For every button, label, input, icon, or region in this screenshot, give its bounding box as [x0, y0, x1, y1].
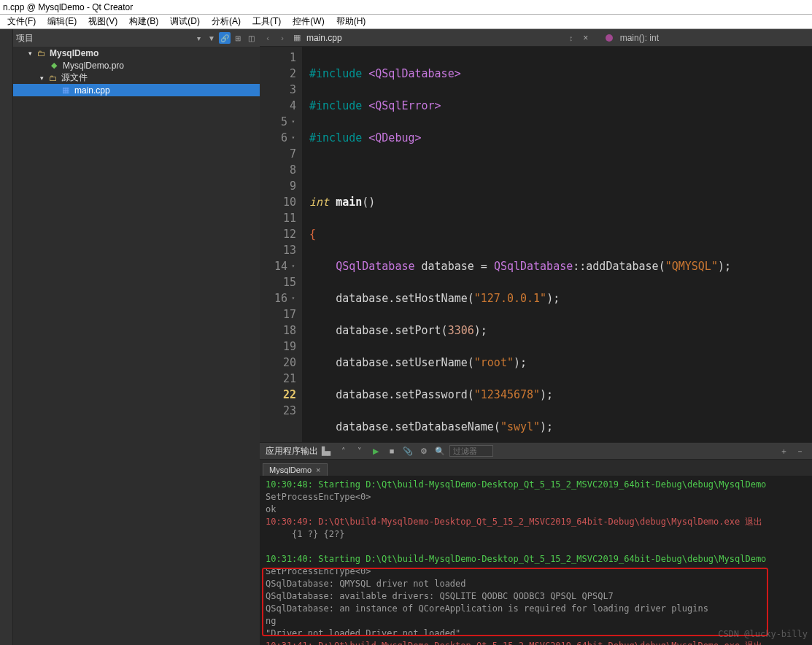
project-sidebar: 项目 ▾ ▼ 🔗 ⊞ ◫ ▾🗀 MysqlDemo ◆ MysqlDemo.pr… — [13, 29, 260, 645]
watermark-text: CSDN @lucky-billy — [718, 628, 808, 641]
output-line: QSqlDatabase: an instance of QCoreApplic… — [266, 603, 806, 615]
tree-pro-file[interactable]: ◆ MysqlDemo.pro — [13, 59, 260, 72]
menu-view[interactable]: 视图(V) — [84, 14, 122, 29]
open-file-name[interactable]: main.cpp — [306, 33, 342, 43]
sidebar-title[interactable]: 项目 — [16, 32, 34, 45]
stop-icon[interactable]: ■ — [385, 444, 398, 457]
close-icon[interactable]: × — [316, 466, 320, 474]
split-icon[interactable]: ◫ — [245, 32, 257, 44]
attach-icon[interactable]: 📎 — [401, 444, 414, 457]
filter-input[interactable] — [449, 445, 493, 457]
clear-icon[interactable]: ▙▖ — [321, 444, 334, 457]
nav-fwd-icon[interactable]: › — [277, 31, 287, 45]
code-editor[interactable]: 1 2 3 4 5▾ 6▾ 7 8 9 10 11 12 13 14▾ 15 1… — [260, 47, 812, 442]
tree-main-cpp[interactable]: ▦ main.cpp — [13, 84, 260, 96]
link-icon[interactable]: 🔗 — [219, 32, 231, 44]
add-icon[interactable]: ⊞ — [232, 32, 244, 44]
file-switcher-icon[interactable]: ↕ — [566, 31, 576, 45]
menubar: 文件(F) 编辑(E) 视图(V) 构建(B) 调试(D) 分析(A) 工具(T… — [0, 15, 812, 29]
tree-project-root[interactable]: ▾🗀 MysqlDemo — [13, 47, 260, 59]
tree-sources-folder[interactable]: ▾🗀 源文件 — [13, 72, 260, 84]
menu-build[interactable]: 构建(B) — [125, 14, 163, 29]
output-line: 10:30:49: D:\Qt\build-MysqlDemo-Desktop_… — [266, 516, 806, 528]
output-toolbar: 应用程序输出 ▙▖ ˄ ˅ ▶ ■ 📎 ⚙ 🔍 ＋ － — [260, 442, 812, 460]
window-title: n.cpp @ MysqlDemo - Qt Creator — [3, 2, 133, 12]
code-area[interactable]: #include <QSqlDatabase> #include <QSqlEr… — [302, 47, 812, 442]
function-signature[interactable]: main(): int — [620, 33, 659, 43]
filter-icon[interactable]: ▾ — [193, 32, 204, 44]
mode-strip[interactable] — [0, 29, 13, 645]
menu-widgets[interactable]: 控件(W) — [288, 14, 328, 29]
menu-edit[interactable]: 编辑(E) — [43, 14, 81, 29]
output-line: 10:31:40: Starting D:\Qt\build-MysqlDemo… — [266, 553, 806, 565]
output-line: SetProcessEncType<0> — [266, 491, 806, 503]
menu-analyze[interactable]: 分析(A) — [207, 14, 245, 29]
editor-tabbar: ‹ › ▦ main.cpp ↕ × main(): int — [260, 29, 812, 47]
output-line: SetProcessEncType<0> — [266, 565, 806, 578]
output-line: {1 ?} {2?} — [266, 528, 806, 541]
project-tree[interactable]: ▾🗀 MysqlDemo ◆ MysqlDemo.pro ▾🗀 源文件 ▦ ma… — [13, 47, 260, 645]
output-line: 10:31:41: D:\Qt\build-MysqlDemo-Desktop_… — [266, 640, 806, 645]
file-icon: ▦ — [292, 33, 302, 43]
output-line: QSqlDatabase: QMYSQL driver not loaded — [266, 578, 806, 590]
close-file-icon[interactable]: × — [581, 33, 591, 43]
output-line: 10:30:48: Starting D:\Qt\build-MysqlDemo… — [266, 479, 806, 491]
menu-help[interactable]: 帮助(H) — [332, 14, 371, 29]
search-icon[interactable]: 🔍 — [433, 444, 446, 457]
line-gutter: 1 2 3 4 5▾ 6▾ 7 8 9 10 11 12 13 14▾ 15 1… — [260, 47, 302, 442]
nav-back-icon[interactable]: ‹ — [263, 31, 273, 45]
window-titlebar: n.cpp @ MysqlDemo - Qt Creator — [0, 0, 812, 15]
output-line: ng — [266, 615, 806, 627]
down-icon[interactable]: ˅ — [353, 444, 366, 457]
add-output-icon[interactable]: ＋ — [777, 444, 790, 457]
funnel-icon[interactable]: ▼ — [206, 32, 217, 44]
output-tabs: MysqlDemo × — [260, 460, 812, 476]
menu-tools[interactable]: 工具(T) — [248, 14, 285, 29]
output-pane[interactable]: 10:30:48: Starting D:\Qt\build-MysqlDemo… — [260, 476, 812, 645]
settings-icon[interactable]: ⚙ — [417, 444, 430, 457]
up-icon[interactable]: ˄ — [337, 444, 350, 457]
output-title: 应用程序输出 — [266, 445, 318, 457]
output-line — [266, 541, 806, 553]
menu-debug[interactable]: 调试(D) — [166, 14, 204, 29]
output-line: QSqlDatabase: available drivers: QSQLITE… — [266, 590, 806, 603]
remove-output-icon[interactable]: － — [793, 444, 806, 457]
menu-file[interactable]: 文件(F) — [3, 14, 40, 29]
function-dot-icon — [606, 34, 613, 42]
run-icon[interactable]: ▶ — [369, 444, 382, 457]
output-line: ok — [266, 503, 806, 516]
output-tab-mysqldemo[interactable]: MysqlDemo × — [263, 463, 328, 476]
